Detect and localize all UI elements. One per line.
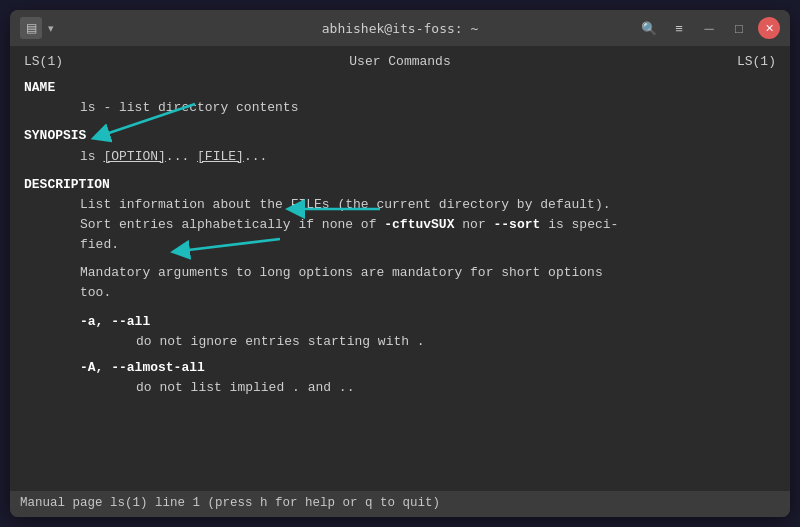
desc-line3: fied. [24,235,776,255]
content-area: LS(1) User Commands LS(1) NAME ls - list… [10,46,790,491]
synopsis-option: [OPTION] [103,149,165,164]
maximize-button[interactable]: □ [728,17,750,39]
flag1: -a, --all [80,314,150,329]
search-icon[interactable]: 🔍 [638,17,660,39]
flag1-desc: do not ignore entries starting with . [24,332,776,352]
statusbar-text: Manual page ls(1) line 1 (press h for he… [20,494,440,513]
desc-bold-sort: --sort [494,217,541,232]
synopsis-cmd: ls [80,149,96,164]
header-left: LS(1) [24,52,63,72]
synopsis-dots1: ... [166,149,189,164]
synopsis-line: ls [OPTION]... [FILE]... [24,147,776,167]
synopsis-file: [FILE] [197,149,244,164]
flag2-line: -A, --almost-all [24,358,776,378]
synopsis-dots2: ... [244,149,267,164]
name-label: NAME [24,78,776,98]
flag1-line: -a, --all [24,312,776,332]
name-section: NAME ls - list directory contents [24,78,776,118]
desc-line4: Mandatory arguments to long options are … [24,263,776,283]
description-section: DESCRIPTION List information about the F… [24,175,776,398]
synopsis-section: SYNOPSIS ls [OPTION]... [FILE]... [24,126,776,166]
flag2: -A, --almost-all [80,360,205,375]
menu-icon[interactable]: ≡ [668,17,690,39]
desc-line5: too. [24,283,776,303]
desc-line2: Sort entries alphabetically if none of -… [24,215,776,235]
header-right: LS(1) [737,52,776,72]
description-label: DESCRIPTION [24,175,776,195]
terminal-icon: ▤ [20,17,42,39]
statusbar: Manual page ls(1) line 1 (press h for he… [10,491,790,517]
man-header: LS(1) User Commands LS(1) [24,52,776,72]
name-text: ls - list directory contents [24,98,776,118]
desc-bold-cftuvSUX: -cftuvSUX [384,217,454,232]
terminal-window: ▤ ▾ abhishek@its-foss: ~ 🔍 ≡ ─ □ ✕ [10,10,790,517]
minimize-button[interactable]: ─ [698,17,720,39]
synopsis-label: SYNOPSIS [24,126,776,146]
titlebar: ▤ ▾ abhishek@its-foss: ~ 🔍 ≡ ─ □ ✕ [10,10,790,46]
terminal-body: LS(1) User Commands LS(1) NAME ls - list… [10,46,790,517]
titlebar-left: ▤ ▾ [20,17,54,39]
chevron-down-icon: ▾ [48,22,54,35]
close-button[interactable]: ✕ [758,17,780,39]
flag2-desc: do not list implied . and .. [24,378,776,398]
header-center: User Commands [349,52,450,72]
desc-line1: List information about the FILEs (the cu… [24,195,776,215]
titlebar-controls: 🔍 ≡ ─ □ ✕ [638,17,780,39]
window-title: abhishek@its-foss: ~ [322,21,479,36]
